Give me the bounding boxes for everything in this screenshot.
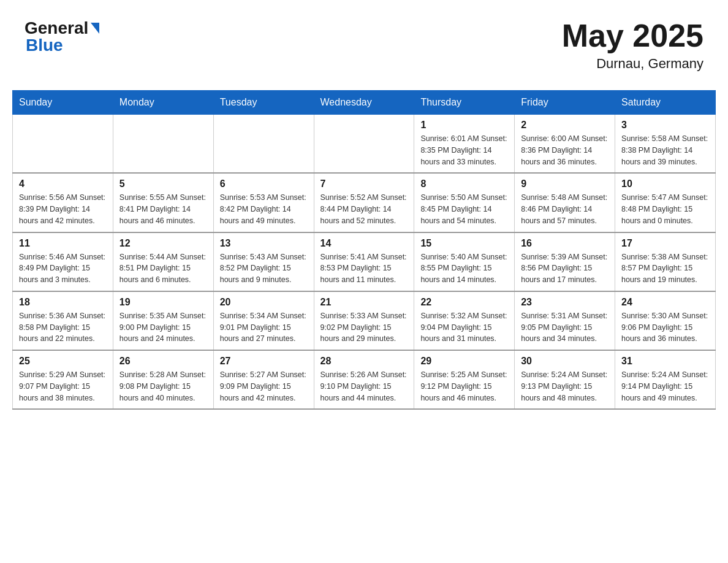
header-monday: Monday <box>113 91 213 115</box>
day-number: 27 <box>220 356 308 367</box>
day-number: 7 <box>320 178 408 190</box>
day-number: 24 <box>621 297 709 308</box>
calendar-cell <box>314 115 414 174</box>
calendar-cell: 24Sunrise: 5:30 AM Sunset: 9:06 PM Dayli… <box>615 291 716 350</box>
month-year-title: May 2025 <box>562 18 703 53</box>
day-info: Sunrise: 5:28 AM Sunset: 9:08 PM Dayligh… <box>119 369 207 404</box>
day-info: Sunrise: 5:44 AM Sunset: 8:51 PM Dayligh… <box>119 251 207 286</box>
calendar-cell: 21Sunrise: 5:33 AM Sunset: 9:02 PM Dayli… <box>314 291 414 350</box>
calendar-cell: 25Sunrise: 5:29 AM Sunset: 9:07 PM Dayli… <box>13 350 113 409</box>
day-number: 9 <box>521 178 609 190</box>
calendar-week-2: 4Sunrise: 5:56 AM Sunset: 8:39 PM Daylig… <box>13 173 716 232</box>
calendar-cell: 9Sunrise: 5:48 AM Sunset: 8:46 PM Daylig… <box>515 173 615 232</box>
header-wednesday: Wednesday <box>314 91 414 115</box>
calendar-cell: 15Sunrise: 5:40 AM Sunset: 8:55 PM Dayli… <box>414 232 515 291</box>
title-section: May 2025 Durnau, Germany <box>562 18 703 72</box>
calendar-cell: 3Sunrise: 5:58 AM Sunset: 8:38 PM Daylig… <box>615 115 716 174</box>
calendar-week-5: 25Sunrise: 5:29 AM Sunset: 9:07 PM Dayli… <box>13 350 716 409</box>
day-info: Sunrise: 5:35 AM Sunset: 9:00 PM Dayligh… <box>119 310 207 345</box>
calendar-week-4: 18Sunrise: 5:36 AM Sunset: 8:58 PM Dayli… <box>13 291 716 350</box>
calendar-week-1: 1Sunrise: 6:01 AM Sunset: 8:35 PM Daylig… <box>13 115 716 174</box>
day-info: Sunrise: 5:25 AM Sunset: 9:12 PM Dayligh… <box>420 369 508 404</box>
calendar-cell: 6Sunrise: 5:53 AM Sunset: 8:42 PM Daylig… <box>213 173 314 232</box>
calendar-cell: 7Sunrise: 5:52 AM Sunset: 8:44 PM Daylig… <box>314 173 414 232</box>
day-info: Sunrise: 5:52 AM Sunset: 8:44 PM Dayligh… <box>320 192 408 226</box>
day-number: 23 <box>521 297 609 308</box>
logo: General Blue <box>25 18 99 55</box>
day-info: Sunrise: 5:47 AM Sunset: 8:48 PM Dayligh… <box>621 192 709 226</box>
calendar-cell: 10Sunrise: 5:47 AM Sunset: 8:48 PM Dayli… <box>615 173 716 232</box>
day-number: 5 <box>119 178 207 190</box>
day-info: Sunrise: 5:41 AM Sunset: 8:53 PM Dayligh… <box>320 251 408 286</box>
day-info: Sunrise: 5:48 AM Sunset: 8:46 PM Dayligh… <box>521 192 609 226</box>
day-info: Sunrise: 5:56 AM Sunset: 8:39 PM Dayligh… <box>19 192 107 226</box>
calendar-cell: 5Sunrise: 5:55 AM Sunset: 8:41 PM Daylig… <box>113 173 213 232</box>
location-subtitle: Durnau, Germany <box>562 56 703 72</box>
calendar-cell: 29Sunrise: 5:25 AM Sunset: 9:12 PM Dayli… <box>414 350 515 409</box>
day-number: 22 <box>420 297 508 308</box>
calendar-cell: 28Sunrise: 5:26 AM Sunset: 9:10 PM Dayli… <box>314 350 414 409</box>
calendar-cell: 13Sunrise: 5:43 AM Sunset: 8:52 PM Dayli… <box>213 232 314 291</box>
calendar-cell: 14Sunrise: 5:41 AM Sunset: 8:53 PM Dayli… <box>314 232 414 291</box>
day-info: Sunrise: 5:24 AM Sunset: 9:14 PM Dayligh… <box>621 369 709 404</box>
day-number: 18 <box>19 297 107 308</box>
day-number: 29 <box>420 356 508 367</box>
calendar-cell: 16Sunrise: 5:39 AM Sunset: 8:56 PM Dayli… <box>515 232 615 291</box>
day-info: Sunrise: 5:32 AM Sunset: 9:04 PM Dayligh… <box>420 310 508 345</box>
day-info: Sunrise: 5:34 AM Sunset: 9:01 PM Dayligh… <box>220 310 308 345</box>
calendar-table: Sunday Monday Tuesday Wednesday Thursday… <box>12 90 716 410</box>
day-number: 6 <box>220 178 308 190</box>
calendar-cell: 20Sunrise: 5:34 AM Sunset: 9:01 PM Dayli… <box>213 291 314 350</box>
day-info: Sunrise: 5:43 AM Sunset: 8:52 PM Dayligh… <box>220 251 308 286</box>
day-number: 20 <box>220 297 308 308</box>
day-info: Sunrise: 5:58 AM Sunset: 8:38 PM Dayligh… <box>621 133 709 167</box>
calendar-cell: 22Sunrise: 5:32 AM Sunset: 9:04 PM Dayli… <box>414 291 515 350</box>
day-number: 4 <box>19 178 107 190</box>
day-info: Sunrise: 5:53 AM Sunset: 8:42 PM Dayligh… <box>220 192 308 226</box>
calendar-cell: 4Sunrise: 5:56 AM Sunset: 8:39 PM Daylig… <box>13 173 113 232</box>
day-number: 1 <box>420 120 508 131</box>
day-info: Sunrise: 5:31 AM Sunset: 9:05 PM Dayligh… <box>521 310 609 345</box>
header-saturday: Saturday <box>615 91 716 115</box>
calendar-cell: 17Sunrise: 5:38 AM Sunset: 8:57 PM Dayli… <box>615 232 716 291</box>
calendar-cell: 19Sunrise: 5:35 AM Sunset: 9:00 PM Dayli… <box>113 291 213 350</box>
day-number: 10 <box>621 178 709 190</box>
day-info: Sunrise: 5:36 AM Sunset: 8:58 PM Dayligh… <box>19 310 107 345</box>
header-tuesday: Tuesday <box>213 91 314 115</box>
day-info: Sunrise: 5:29 AM Sunset: 9:07 PM Dayligh… <box>19 369 107 404</box>
calendar-cell: 30Sunrise: 5:24 AM Sunset: 9:13 PM Dayli… <box>515 350 615 409</box>
calendar-cell: 8Sunrise: 5:50 AM Sunset: 8:45 PM Daylig… <box>414 173 515 232</box>
calendar-cell <box>213 115 314 174</box>
day-info: Sunrise: 5:50 AM Sunset: 8:45 PM Dayligh… <box>420 192 508 226</box>
day-number: 21 <box>320 297 408 308</box>
day-number: 28 <box>320 356 408 367</box>
header-thursday: Thursday <box>414 91 515 115</box>
day-info: Sunrise: 6:01 AM Sunset: 8:35 PM Dayligh… <box>420 133 508 167</box>
day-number: 14 <box>320 238 408 249</box>
day-info: Sunrise: 5:46 AM Sunset: 8:49 PM Dayligh… <box>19 251 107 286</box>
calendar-cell: 1Sunrise: 6:01 AM Sunset: 8:35 PM Daylig… <box>414 115 515 174</box>
day-number: 17 <box>621 238 709 249</box>
day-number: 3 <box>621 120 709 131</box>
calendar-cell: 26Sunrise: 5:28 AM Sunset: 9:08 PM Dayli… <box>113 350 213 409</box>
day-info: Sunrise: 6:00 AM Sunset: 8:36 PM Dayligh… <box>521 133 609 167</box>
day-number: 30 <box>521 356 609 367</box>
day-number: 19 <box>119 297 207 308</box>
calendar-cell: 23Sunrise: 5:31 AM Sunset: 9:05 PM Dayli… <box>515 291 615 350</box>
header-friday: Friday <box>515 91 615 115</box>
day-info: Sunrise: 5:55 AM Sunset: 8:41 PM Dayligh… <box>119 192 207 226</box>
calendar-cell: 18Sunrise: 5:36 AM Sunset: 8:58 PM Dayli… <box>13 291 113 350</box>
calendar-cell: 11Sunrise: 5:46 AM Sunset: 8:49 PM Dayli… <box>13 232 113 291</box>
day-info: Sunrise: 5:30 AM Sunset: 9:06 PM Dayligh… <box>621 310 709 345</box>
day-info: Sunrise: 5:27 AM Sunset: 9:09 PM Dayligh… <box>220 369 308 404</box>
calendar-cell: 2Sunrise: 6:00 AM Sunset: 8:36 PM Daylig… <box>515 115 615 174</box>
day-number: 31 <box>621 356 709 367</box>
day-number: 25 <box>19 356 107 367</box>
calendar-cell: 12Sunrise: 5:44 AM Sunset: 8:51 PM Dayli… <box>113 232 213 291</box>
day-number: 26 <box>119 356 207 367</box>
day-number: 13 <box>220 238 308 249</box>
page-header: General Blue May 2025 Durnau, Germany <box>12 12 716 78</box>
calendar-cell: 27Sunrise: 5:27 AM Sunset: 9:09 PM Dayli… <box>213 350 314 409</box>
calendar-cell <box>13 115 113 174</box>
calendar-cell <box>113 115 213 174</box>
